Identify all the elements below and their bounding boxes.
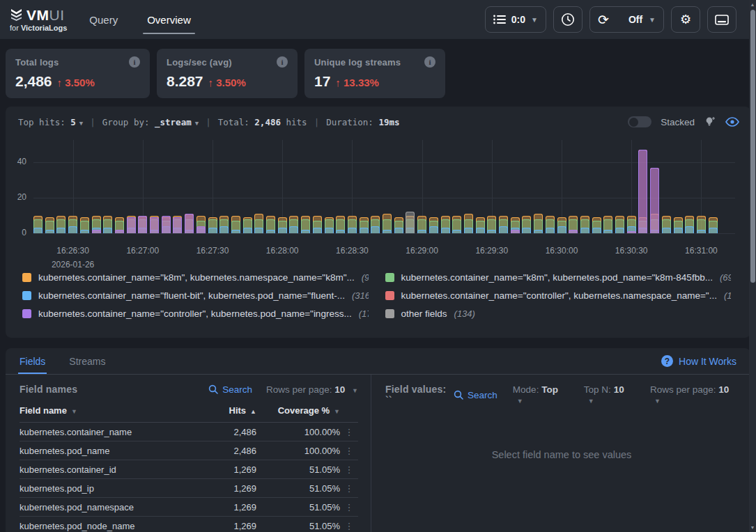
how-it-works-link[interactable]: ? How It Works xyxy=(661,355,736,367)
keyboard-icon xyxy=(715,15,729,25)
gear-icon: ⚙ xyxy=(680,13,691,26)
chevron-down-icon: ▼ xyxy=(531,16,538,24)
chart-bar xyxy=(45,230,54,233)
kebab-menu-icon[interactable]: ⋮ xyxy=(340,427,358,437)
column-field-name[interactable]: Field name▼ xyxy=(20,405,204,416)
coverage-cell: 100.00% xyxy=(256,446,340,456)
sort-desc-icon: ▼ xyxy=(71,408,77,415)
legend-label: kubernetes.container_name="controller", … xyxy=(401,290,717,301)
tenant-value: 0:0 xyxy=(511,14,525,25)
page-scrollbar[interactable]: ▲ ▼ xyxy=(749,0,756,532)
chart-bar xyxy=(348,228,357,233)
mode-control[interactable]: Mode: Top ▼ xyxy=(513,384,569,405)
top-hits-control[interactable]: Top hits: 5▼ xyxy=(18,117,83,127)
chart-bar xyxy=(499,226,508,233)
rows-per-page-control[interactable]: Rows per page: 10 ▼ xyxy=(266,384,358,395)
legend-item[interactable]: kubernetes.container_name="controller", … xyxy=(385,290,732,301)
table-row[interactable]: kubernetes.container_name2,486100.00%⋮ xyxy=(20,423,358,441)
scrollbar-thumb[interactable] xyxy=(750,10,755,283)
chart-bar xyxy=(557,226,566,233)
chart-bar xyxy=(662,228,671,233)
chart-bar xyxy=(511,230,520,233)
hits-cell: 1,269 xyxy=(204,483,256,494)
chart-bar xyxy=(243,228,252,233)
hits-cell: 2,486 xyxy=(204,446,256,456)
field-names-title: Field names xyxy=(20,384,77,395)
kebab-menu-icon[interactable]: ⋮ xyxy=(340,521,358,531)
search-icon xyxy=(454,390,463,400)
tenant-selector-button[interactable]: 0:0 ▼ xyxy=(485,6,546,33)
legend-item[interactable]: kubernetes.container_name="fluent-bit", … xyxy=(22,290,369,301)
chart-plot[interactable]: 0204016:26:302026-01-2616:27:0016:27:301… xyxy=(6,136,745,275)
table-row[interactable]: kubernetes.pod_namespace1,26951.05%⋮ xyxy=(20,498,358,517)
scroll-up-arrow[interactable]: ▲ xyxy=(749,2,756,7)
info-icon[interactable]: i xyxy=(424,56,435,68)
legend-item[interactable]: kubernetes.container_name="k8m", kuberne… xyxy=(385,272,732,283)
legend-label: kubernetes.container_name="k8m", kuberne… xyxy=(401,272,713,283)
tab-overview[interactable]: Overview xyxy=(146,10,192,30)
table-row[interactable]: kubernetes.container_id1,26951.05%⋮ xyxy=(20,460,358,479)
stat-card-logs-per-sec: Logs/sec (avg) i 8.287 ↑ 3.50% xyxy=(157,49,298,98)
active-tab-underline xyxy=(143,33,195,34)
field-name-cell: kubernetes.pod_name xyxy=(20,446,204,456)
list-icon xyxy=(493,15,506,24)
x-axis-label: 16:27:00 xyxy=(118,246,167,256)
rows-per-page-control[interactable]: Rows per page: 10 ▼ xyxy=(650,384,738,405)
group-by-control[interactable]: Group by: _stream▼ xyxy=(102,117,199,127)
chart-bar xyxy=(709,228,718,233)
chart-bar xyxy=(441,228,450,233)
settings-button[interactable]: ⚙ xyxy=(671,6,700,33)
table-row[interactable]: kubernetes.pod_ip1,26951.05%⋮ xyxy=(20,479,358,498)
legend-count: (178) xyxy=(724,290,731,301)
table-row[interactable]: kubernetes.pod_node_name1,26951.05%⋮ xyxy=(20,517,358,532)
table-row[interactable]: kubernetes.pod_name2,486100.00%⋮ xyxy=(20,441,358,460)
chart-bar xyxy=(33,228,43,233)
chart-bar xyxy=(278,228,287,233)
autorefresh-button[interactable]: ⟳ Off ▼ xyxy=(589,6,664,33)
explorer-section: Fields Streams ? How It Works Field name… xyxy=(6,348,750,532)
info-icon[interactable]: i xyxy=(129,56,140,68)
chart-bar xyxy=(546,228,555,233)
legend-item[interactable]: kubernetes.container_name="k8m", kuberne… xyxy=(22,272,369,283)
eye-visibility-icon[interactable] xyxy=(725,117,739,127)
chart-bar xyxy=(336,230,345,233)
chart-bar xyxy=(534,230,543,233)
column-hits[interactable]: Hits▲ xyxy=(204,405,256,416)
lightbulb-tips-icon[interactable] xyxy=(704,116,716,128)
column-coverage[interactable]: Coverage %▼ xyxy=(256,405,340,416)
time-range-button[interactable] xyxy=(553,6,583,33)
stacked-toggle[interactable] xyxy=(628,116,651,127)
chart-bar xyxy=(185,214,194,233)
x-axis-label: 16:28:30 xyxy=(327,246,376,256)
chart-bar xyxy=(394,228,403,233)
info-icon[interactable]: i xyxy=(277,56,288,68)
keyboard-shortcuts-button[interactable] xyxy=(707,6,736,33)
vm-logo-icon xyxy=(10,8,23,22)
kebab-menu-icon[interactable]: ⋮ xyxy=(340,446,358,456)
clock-icon xyxy=(561,13,575,26)
x-axis-date-label: 2026-01-26 xyxy=(49,260,98,269)
tab-fields[interactable]: Fields xyxy=(20,348,45,374)
field-names-table-header: Field name▼ Hits▲ Coverage %▼ xyxy=(20,399,358,423)
sort-desc-icon: ▼ xyxy=(334,408,340,415)
tab-streams[interactable]: Streams xyxy=(69,348,105,374)
tab-query[interactable]: Query xyxy=(88,10,119,30)
field-values-search-button[interactable]: Search xyxy=(454,390,497,400)
y-axis-label: 20 xyxy=(7,192,26,202)
kebab-menu-icon[interactable]: ⋮ xyxy=(340,502,358,513)
legend-item[interactable]: kubernetes.container_name="controller", … xyxy=(22,308,369,319)
kebab-menu-icon[interactable]: ⋮ xyxy=(340,483,358,494)
grid-line-y xyxy=(33,162,735,163)
top-n-control[interactable]: Top N: 10 ▼ xyxy=(584,384,635,405)
legend-label: other fields xyxy=(401,308,447,319)
field-names-panel: Field names Search Rows per page: 10 ▼ F… xyxy=(6,375,371,532)
kebab-menu-icon[interactable]: ⋮ xyxy=(340,464,358,475)
legend-color-swatch xyxy=(22,273,31,282)
vmui-logo[interactable]: VMUI for VictoriaLogs xyxy=(10,8,67,32)
scroll-down-arrow[interactable]: ▼ xyxy=(749,525,756,530)
field-names-search-button[interactable]: Search xyxy=(208,384,252,395)
legend-item[interactable]: other fields(134) xyxy=(385,308,732,319)
chevron-down-icon: ▼ xyxy=(79,120,83,127)
coverage-cell: 100.00% xyxy=(256,427,340,437)
stat-label: Unique log streams xyxy=(314,57,401,68)
